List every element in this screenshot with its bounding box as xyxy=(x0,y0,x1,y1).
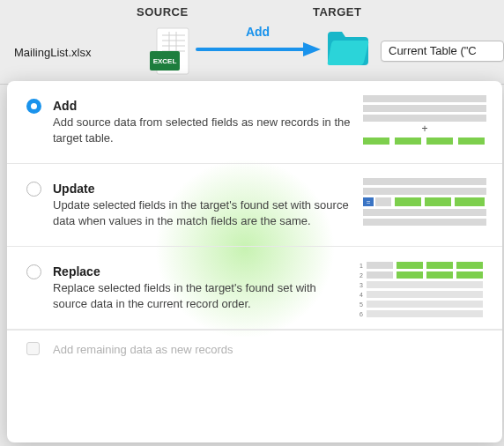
svg-rect-10 xyxy=(363,95,486,102)
svg-rect-27 xyxy=(363,219,486,226)
excel-badge-text: EXCEL xyxy=(153,57,177,65)
svg-rect-14 xyxy=(363,138,389,145)
svg-text:2: 2 xyxy=(359,272,363,279)
svg-text:3: 3 xyxy=(359,282,363,288)
target-table-dropdown[interactable]: Current Table ("C xyxy=(381,41,504,62)
svg-rect-40 xyxy=(426,271,453,279)
svg-text:+: + xyxy=(421,123,427,135)
svg-rect-45 xyxy=(367,310,483,317)
svg-text:5: 5 xyxy=(359,301,363,308)
radio-replace[interactable] xyxy=(26,264,41,279)
add-remaining-checkbox xyxy=(26,342,40,355)
svg-rect-22 xyxy=(375,197,391,206)
svg-rect-35 xyxy=(397,262,423,269)
source-filename: MailingList.xlsx xyxy=(14,46,91,59)
svg-rect-23 xyxy=(395,197,421,206)
svg-text:1: 1 xyxy=(359,263,363,269)
target-heading: TARGET xyxy=(313,5,361,19)
add-remaining-label: Add remaining data as new records xyxy=(53,343,233,356)
option-replace-illustration: 1 2 3 4 5 6 xyxy=(356,261,486,325)
import-mode-popover: Add Add source data from selected fields… xyxy=(7,81,502,442)
radio-add[interactable] xyxy=(26,99,41,114)
import-header: SOURCE TARGET MailingList.xlsx EXCEL Add xyxy=(0,0,504,85)
svg-rect-41 xyxy=(456,271,483,279)
excel-file-icon: EXCEL xyxy=(150,26,190,78)
svg-rect-36 xyxy=(426,262,453,269)
svg-rect-42 xyxy=(367,281,483,288)
svg-rect-15 xyxy=(395,138,421,145)
svg-rect-39 xyxy=(397,271,423,279)
option-replace[interactable]: Replace Replace selected fields in the t… xyxy=(7,247,502,330)
svg-rect-37 xyxy=(456,262,483,269)
target-folder-icon xyxy=(326,28,370,71)
svg-text:4: 4 xyxy=(359,292,363,298)
option-update-illustration: = xyxy=(363,178,486,234)
svg-text:6: 6 xyxy=(359,311,363,317)
svg-rect-17 xyxy=(458,138,485,145)
arrow-label: Add xyxy=(194,25,322,39)
option-update[interactable]: Update Update selected fields in the tar… xyxy=(7,164,502,247)
svg-rect-19 xyxy=(363,188,486,195)
svg-rect-38 xyxy=(367,271,393,279)
import-action-arrow[interactable]: Add xyxy=(194,25,322,61)
option-update-desc: Update selected fields in the target's f… xyxy=(53,197,352,228)
svg-rect-43 xyxy=(367,291,483,298)
option-replace-desc: Replace selected fields in the target's … xyxy=(53,280,352,311)
svg-rect-24 xyxy=(425,197,451,206)
svg-rect-25 xyxy=(455,197,485,206)
svg-marker-9 xyxy=(303,42,321,56)
svg-rect-11 xyxy=(363,105,486,112)
svg-text:=: = xyxy=(367,198,371,206)
svg-rect-12 xyxy=(363,115,486,122)
option-add[interactable]: Add Add source data from selected fields… xyxy=(7,81,502,164)
svg-rect-16 xyxy=(426,138,453,145)
option-add-desc: Add source data from selected fields as … xyxy=(53,115,352,145)
svg-rect-18 xyxy=(363,178,486,185)
option-add-illustration: + xyxy=(363,95,486,160)
svg-rect-34 xyxy=(367,262,393,269)
radio-update[interactable] xyxy=(26,182,41,197)
svg-rect-44 xyxy=(367,301,483,308)
svg-rect-26 xyxy=(363,209,486,216)
source-heading: SOURCE xyxy=(137,5,189,19)
add-remaining-checkbox-row: Add remaining data as new records xyxy=(7,330,502,368)
